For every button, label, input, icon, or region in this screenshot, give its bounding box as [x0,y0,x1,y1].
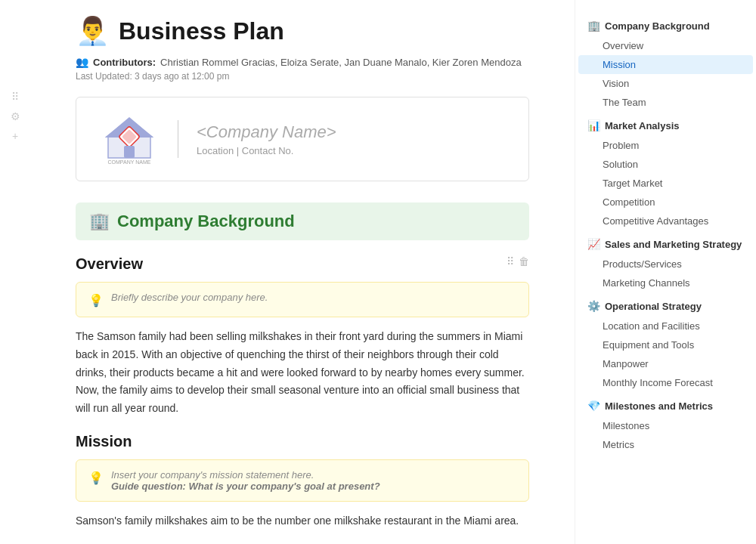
sidebar-item-the-team[interactable]: The Team [578,93,753,112]
sidebar-sales-label: Sales and Marketing Strategy [605,239,742,250]
sidebar-section-sales-marketing: 📈 Sales and Marketing Strategy Products/… [575,233,756,292]
mission-guide-text: Guide question: What is your company's g… [111,481,380,492]
overview-hint-text: Briefly describe your company here. [111,292,268,303]
page-header: 👨‍💼 Business Plan [76,15,529,47]
company-info: <Company Name> Location | Contact No. [197,122,336,156]
mission-hint-icon: 💡 [88,471,104,485]
contributors-list: Christian Rommel Gracias, Eloiza Serate,… [160,57,522,68]
sidebar-item-problem[interactable]: Problem [578,136,753,155]
company-name-placeholder: <Company Name> [197,122,336,142]
company-divider [178,120,178,158]
sidebar-section-header-milestones[interactable]: 💎 Milestones and Metrics [575,395,756,416]
company-background-icon: 🏢 [89,212,110,231]
sidebar-company-icon: 🏢 [587,20,600,32]
hint-bulb-icon: 💡 [88,293,104,308]
sidebar-item-location-facilities[interactable]: Location and Facilities [578,317,753,335]
sidebar-sales-icon: 📈 [587,238,600,250]
company-logo: COMPANY NAME [99,113,160,165]
mission-hint-text: Insert your company's mission statement … [111,469,380,481]
sidebar-item-target-market[interactable]: Target Market [578,174,753,193]
overview-block: ⠿ 🗑 Overview 💡 Briefly describe your com… [76,255,529,317]
contributors-line: 👥 Contributors: Christian Rommel Gracias… [76,56,529,68]
sidebar-section-header-market[interactable]: 📊 Market Analysis [575,115,756,136]
last-updated: Last Updated: 3 days ago at 12:00 pm [76,71,529,82]
company-card: COMPANY NAME <Company Name> Location | C… [76,97,529,181]
add-block-icon[interactable]: + [12,130,18,142]
sidebar-item-milestones[interactable]: Milestones [578,416,753,435]
sidebar-item-competition[interactable]: Competition [578,193,753,212]
left-toolbar: ⠿ ⚙ + [0,0,30,544]
sidebar-item-metrics[interactable]: Metrics [578,435,753,454]
sidebar-item-solution[interactable]: Solution [578,155,753,174]
sidebar-item-manpower[interactable]: Manpower [578,354,753,373]
page-emoji: 👨‍💼 [76,15,110,47]
page-title: Business Plan [119,17,284,45]
sidebar-market-label: Market Analysis [605,120,680,131]
overview-body-text: The Samson family had been selling milks… [76,328,529,418]
sidebar-section-market-analysis: 📊 Market Analysis Problem Solution Targe… [575,115,756,230]
sidebar-item-products-services[interactable]: Products/Services [578,255,753,274]
sidebar-item-mission[interactable]: Mission [578,55,753,74]
contributors-icon: 👥 [76,56,88,68]
sidebar-item-overview[interactable]: Overview [578,36,753,55]
company-background-title: Company Background [117,212,295,231]
company-contact-placeholder: Location | Contact No. [197,145,336,156]
sidebar-item-competitive-advantages[interactable]: Competitive Advantages [578,212,753,230]
sidebar-item-equipment-tools[interactable]: Equipment and Tools [578,335,753,354]
sidebar-item-vision[interactable]: Vision [578,74,753,93]
sidebar-section-milestones: 💎 Milestones and Metrics Milestones Metr… [575,395,756,454]
block-controls: ⠿ 🗑 [507,255,529,267]
sidebar-item-monthly-income[interactable]: Monthly Income Forecast [578,373,753,392]
mission-heading: Mission [76,433,529,450]
main-content: 👨‍💼 Business Plan 👥 Contributors: Christ… [30,0,575,544]
sidebar-section-header-operational[interactable]: ⚙️ Operational Strategy [575,295,756,317]
sidebar-milestones-icon: 💎 [587,400,600,412]
sidebar-section-operational: ⚙️ Operational Strategy Location and Fac… [575,295,756,392]
svg-rect-4 [124,146,135,158]
sidebar-company-label: Company Background [605,20,710,32]
right-sidebar: 🏢 Company Background Overview Mission Vi… [575,0,756,544]
overview-hint-box: 💡 Briefly describe your company here. [76,282,529,317]
sidebar-operational-label: Operational Strategy [605,301,702,312]
sidebar-milestones-label: Milestones and Metrics [605,400,713,412]
settings-icon[interactable]: ⚙ [11,110,20,122]
mission-body-text: Samson's family milkshakes aim to be the… [76,512,529,530]
sidebar-market-icon: 📊 [587,119,600,131]
drag-handle-icon[interactable]: ⠿ [11,91,19,103]
sidebar-item-marketing-channels[interactable]: Marketing Channels [578,274,753,292]
sidebar-section-header-company[interactable]: 🏢 Company Background [575,15,756,36]
svg-text:COMPANY NAME: COMPANY NAME [108,159,151,165]
sidebar-operational-icon: ⚙️ [587,300,600,312]
company-background-banner: 🏢 Company Background [76,202,529,240]
sidebar-section-header-sales[interactable]: 📈 Sales and Marketing Strategy [575,233,756,255]
block-drag-icon[interactable]: ⠿ [507,255,514,267]
sidebar-section-company-background: 🏢 Company Background Overview Mission Vi… [575,15,756,112]
block-delete-icon[interactable]: 🗑 [519,255,529,267]
mission-hint-box: 💡 Insert your company's mission statemen… [76,459,529,502]
contributors-label: Contributors: [93,57,156,68]
overview-heading: Overview [76,255,529,273]
